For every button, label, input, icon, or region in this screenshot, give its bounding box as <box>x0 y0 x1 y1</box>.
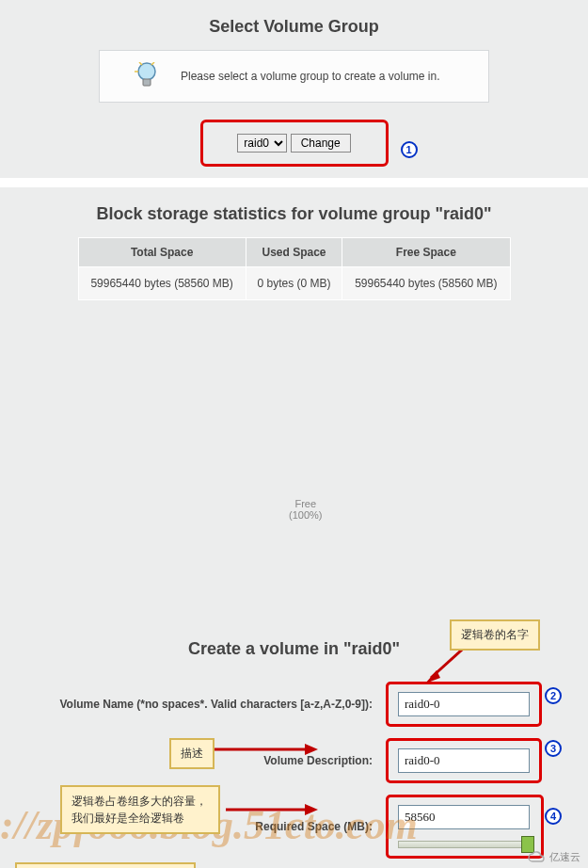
val-used: 0 bytes (0 MB) <box>246 267 342 300</box>
step-badge-3: 3 <box>545 740 562 757</box>
chart-free-pct: (100%) <box>289 509 322 521</box>
cloud-icon <box>527 851 546 864</box>
volume-name-label: Volume Name (*no spaces*. Valid characte… <box>19 698 386 711</box>
hint-box: Please select a volume group to create a… <box>99 50 489 103</box>
val-total: 59965440 bytes (58560 MB) <box>78 267 246 300</box>
annotation-type: 逻辑卷的类型，我们选最后一个 <box>15 862 196 868</box>
lightbulb-icon <box>128 62 166 90</box>
svg-point-0 <box>138 63 155 80</box>
annotation-name: 逻辑卷的名字 <box>450 619 540 651</box>
step-badge-1: 1 <box>401 141 418 158</box>
stats-table: Total Space Used Space Free Space 599654… <box>78 237 511 300</box>
footer-logo: 亿速云 <box>527 850 580 864</box>
step-badge-2: 2 <box>545 687 562 704</box>
volume-group-selector-box: raid0 Change 1 <box>200 120 389 167</box>
step-badge-4: 4 <box>545 808 562 825</box>
chart-free-label: Free <box>289 498 322 509</box>
volume-group-select[interactable]: raid0 <box>237 134 287 153</box>
change-button[interactable]: Change <box>291 134 351 153</box>
annotation-desc: 描述 <box>169 738 215 769</box>
usage-chart: Free (100%) <box>11 300 577 620</box>
space-slider[interactable] <box>398 841 532 848</box>
volume-desc-input[interactable] <box>398 748 530 773</box>
val-free: 59965440 bytes (58560 MB) <box>342 267 510 300</box>
col-used: Used Space <box>246 238 342 267</box>
required-space-input[interactable] <box>398 805 530 829</box>
hint-text: Please select a volume group to create a… <box>181 70 439 83</box>
col-free: Free Space <box>342 238 510 267</box>
svg-marker-4 <box>305 804 318 815</box>
annotation-space: 逻辑卷占卷组多大的容量，我们最好是全给逻辑卷 <box>60 785 220 834</box>
svg-rect-1 <box>143 79 151 86</box>
select-group-title: Select Volume Group <box>11 17 577 37</box>
volume-name-input[interactable] <box>398 692 530 716</box>
stats-title: Block storage statistics for volume grou… <box>11 204 577 224</box>
col-total: Total Space <box>78 238 246 267</box>
